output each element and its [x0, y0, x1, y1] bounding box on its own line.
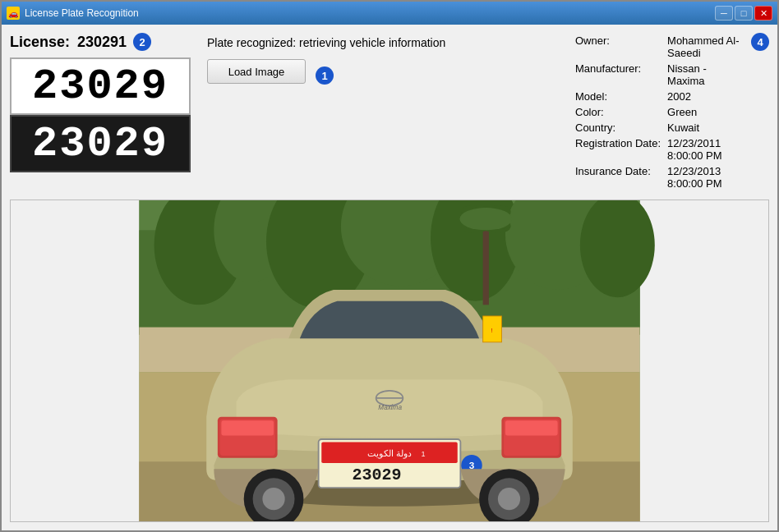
load-image-button[interactable]: Load Image — [207, 59, 306, 84]
owner-value: Mohammed Al-Saeedi — [664, 33, 746, 61]
svg-text:1: 1 — [421, 450, 425, 458]
license-header: License: 230291 2 — [10, 33, 199, 51]
license-label: License: 230291 — [10, 34, 127, 51]
top-right-area: Owner: Mohammed Al-Saeedi Manufacturer: … — [572, 33, 769, 191]
window-title: License Plate Recognition — [25, 7, 139, 19]
plate-number-white: 23029 — [32, 62, 168, 111]
color-label: Color: — [572, 104, 664, 120]
license-badge: 2 — [133, 33, 151, 51]
svg-text:!: ! — [491, 327, 493, 334]
country-label: Country: — [572, 120, 664, 135]
car-image-svg: دولة الكويت 1 23029 3 Maxima — [11, 200, 768, 521]
title-bar: 🚗 License Plate Recognition ─ □ ✕ — [2, 2, 777, 25]
minimize-button[interactable]: ─ — [715, 6, 733, 21]
model-label: Model: — [572, 89, 664, 104]
vehicle-info-table: Owner: Mohammed Al-Saeedi Manufacturer: … — [572, 33, 746, 191]
info-badge: 4 — [751, 33, 769, 51]
reg-date-label: Registration Date: — [572, 135, 664, 163]
svg-point-13 — [459, 208, 512, 230]
close-button[interactable]: ✕ — [754, 6, 772, 21]
reg-date-value: 12/23/2011 8:00:00 PM — [664, 135, 746, 163]
maximize-button[interactable]: □ — [735, 6, 753, 21]
info-section: Owner: Mohammed Al-Saeedi Manufacturer: … — [572, 33, 769, 193]
svg-point-39 — [498, 488, 520, 510]
plate-number-black: 23029 — [32, 120, 168, 168]
window-controls: ─ □ ✕ — [715, 6, 772, 21]
car-image-section: دولة الكويت 1 23029 3 Maxima — [10, 200, 769, 522]
svg-rect-20 — [221, 420, 274, 435]
manufacturer-value: Nissan - Maxima — [664, 61, 746, 89]
svg-rect-23 — [505, 420, 558, 435]
color-value: Green — [664, 104, 746, 120]
center-top: Plate recognized: retrieving vehicle inf… — [207, 33, 564, 193]
owner-row: Owner: Mohammed Al-Saeedi — [572, 33, 746, 61]
upper-section: License: 230291 2 23029 23029 Plate reco… — [10, 33, 769, 193]
reg-date-row: Registration Date: 12/23/2011 8:00:00 PM — [572, 135, 746, 163]
status-text: Plate recognized: retrieving vehicle inf… — [207, 36, 564, 49]
svg-point-36 — [262, 488, 284, 510]
model-value: 2002 — [664, 89, 746, 104]
color-row: Color: Green — [572, 104, 746, 120]
country-value: Kuwait — [664, 120, 746, 135]
main-window: 🚗 License Plate Recognition ─ □ ✕ Licens… — [0, 0, 779, 532]
btn-badge-row: Load Image 1 — [207, 59, 564, 92]
title-bar-left: 🚗 License Plate Recognition — [7, 7, 139, 20]
svg-text:Maxima: Maxima — [378, 404, 402, 411]
model-row: Model: 2002 — [572, 89, 746, 104]
country-row: Country: Kuwait — [572, 120, 746, 135]
owner-label: Owner: — [572, 33, 664, 61]
svg-text:23029: 23029 — [353, 466, 402, 484]
plate-display-black: 23029 — [10, 115, 191, 172]
ins-date-value: 12/23/2013 8:00:00 PM — [664, 163, 746, 191]
manufacturer-label: Manufacturer: — [572, 61, 664, 89]
plate-section: License: 230291 2 23029 23029 — [10, 33, 199, 193]
plate-display-white: 23029 — [10, 57, 191, 115]
load-badge: 1 — [316, 66, 334, 85]
manufacturer-row: Manufacturer: Nissan - Maxima — [572, 61, 746, 89]
ins-date-row: Insurance Date: 12/23/2013 8:00:00 PM — [572, 163, 746, 191]
svg-text:دولة الكويت: دولة الكويت — [367, 448, 412, 459]
ins-date-label: Insurance Date: — [572, 163, 664, 191]
app-icon: 🚗 — [7, 7, 20, 20]
